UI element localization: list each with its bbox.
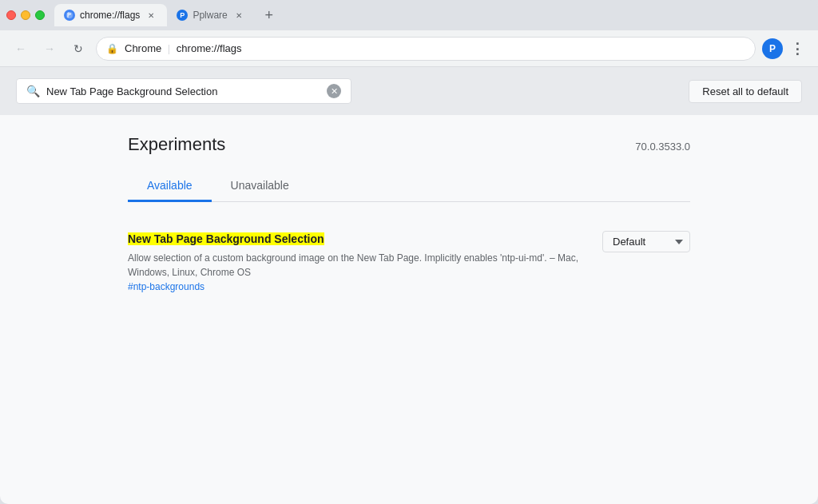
- maximize-button[interactable]: [35, 10, 45, 20]
- tab-flags[interactable]: chrome://flags ✕: [54, 4, 167, 26]
- experiment-description: Allow selection of a custom background i…: [128, 251, 583, 280]
- experiments-title: Experiments: [128, 134, 225, 155]
- toolbar-end: P ⋮: [762, 38, 808, 60]
- search-input[interactable]: [46, 85, 320, 97]
- tab-pplware-title: Pplware: [193, 10, 227, 21]
- new-tab-button[interactable]: +: [258, 4, 280, 26]
- address-divider: |: [165, 42, 173, 54]
- experiment-item: New Tab Page Background Selection Allow …: [128, 221, 690, 302]
- reset-all-button[interactable]: Reset all to default: [689, 80, 802, 103]
- experiment-link[interactable]: #ntp-backgrounds: [128, 281, 583, 292]
- address-bar[interactable]: 🔒 Chrome | chrome://flags: [96, 37, 756, 61]
- tab-pplware-close[interactable]: ✕: [232, 9, 245, 22]
- address-origin: Chrome: [125, 42, 161, 54]
- toolbar: ← → ↻ 🔒 Chrome | chrome://flags P ⋮: [0, 30, 818, 67]
- flags-favicon: [64, 10, 75, 21]
- content-area: 🔍 ✕ Reset all to default Experiments 70.…: [0, 67, 818, 504]
- tabs-bar: chrome://flags ✕ P Pplware ✕ +: [54, 4, 812, 26]
- tab-available[interactable]: Available: [128, 171, 212, 202]
- address-path: chrome://flags: [177, 42, 242, 54]
- title-bar: chrome://flags ✕ P Pplware ✕ +: [0, 0, 818, 30]
- menu-button[interactable]: ⋮: [786, 38, 808, 60]
- forward-button[interactable]: →: [38, 38, 61, 60]
- secure-icon: 🔒: [106, 43, 118, 54]
- experiment-tabs: Available Unavailable: [128, 171, 690, 202]
- search-icon: 🔍: [26, 85, 40, 97]
- experiment-select[interactable]: Default Enabled Disabled: [602, 231, 690, 252]
- flags-search-bar: 🔍 ✕ Reset all to default: [0, 67, 818, 115]
- close-button[interactable]: [6, 10, 16, 20]
- address-bar-text: Chrome | chrome://flags: [125, 42, 242, 54]
- tab-pplware[interactable]: P Pplware ✕: [167, 4, 254, 26]
- search-wrapper: 🔍 ✕: [16, 78, 351, 104]
- tab-flags-close[interactable]: ✕: [145, 9, 157, 22]
- svg-point-0: [66, 12, 73, 18]
- profile-button[interactable]: P: [762, 38, 783, 59]
- experiments-section: Experiments 70.0.3533.0 Available Unavai…: [0, 115, 818, 321]
- tab-flags-title: chrome://flags: [80, 10, 140, 21]
- tab-unavailable[interactable]: Unavailable: [212, 171, 308, 202]
- back-button[interactable]: ←: [10, 38, 32, 60]
- traffic-lights: [6, 10, 45, 20]
- browser-window: chrome://flags ✕ P Pplware ✕ + ← → ↻ 🔒 C…: [0, 0, 818, 504]
- experiments-header: Experiments 70.0.3533.0: [128, 134, 690, 155]
- version-text: 70.0.3533.0: [635, 141, 690, 153]
- minimize-button[interactable]: [21, 10, 30, 20]
- search-clear-button[interactable]: ✕: [327, 84, 341, 98]
- pplware-favicon: P: [177, 10, 188, 21]
- experiment-name: New Tab Page Background Selection: [128, 232, 324, 245]
- experiment-select-wrapper: Default Enabled Disabled: [602, 231, 690, 252]
- experiment-info: New Tab Page Background Selection Allow …: [128, 231, 583, 292]
- refresh-button[interactable]: ↻: [67, 38, 89, 60]
